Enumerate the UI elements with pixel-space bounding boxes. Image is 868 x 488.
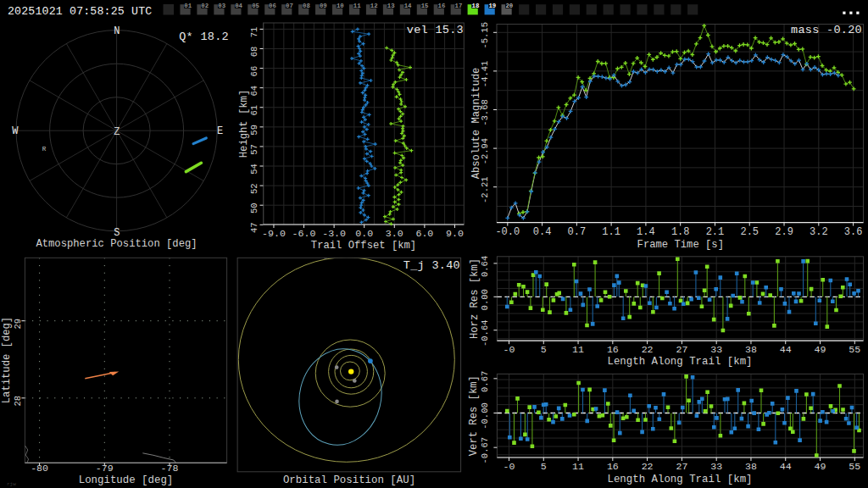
svg-text:55: 55 (849, 344, 860, 355)
svg-text:52: 52 (249, 183, 259, 194)
svg-text:-80: -80 (31, 463, 48, 474)
svg-text:3.6: 3.6 (844, 226, 863, 238)
svg-text:15: 15 (421, 3, 429, 9)
svg-text:Horz Res [km]: Horz Res [km] (469, 258, 481, 339)
svg-text:Atmospheric Position [deg]: Atmospheric Position [deg] (36, 238, 197, 250)
svg-text:Orbital Position [AU]: Orbital Position [AU] (283, 474, 415, 486)
svg-text:-0.0: -0.0 (495, 226, 520, 238)
svg-text:11: 11 (572, 344, 584, 355)
svg-text:20: 20 (505, 3, 513, 9)
svg-text:20251021 07:58:25 UTC: 20251021 07:58:25 UTC (8, 5, 152, 18)
svg-text:19: 19 (488, 3, 496, 9)
svg-text:-0: -0 (504, 344, 515, 355)
svg-text:28: 28 (13, 396, 23, 407)
svg-text:3.2: 3.2 (810, 226, 828, 238)
svg-text:16: 16 (607, 344, 619, 355)
svg-text:06: 06 (269, 3, 276, 9)
svg-text:Trail Offset [km]: Trail Offset [km] (311, 240, 416, 252)
svg-text:04: 04 (235, 3, 242, 9)
svg-text:-0.00: -0.00 (480, 402, 490, 430)
svg-text:11: 11 (353, 3, 361, 9)
svg-text:1.4: 1.4 (637, 226, 655, 238)
svg-text:mass -0.20: mass -0.20 (791, 24, 862, 36)
svg-text:1.1: 1.1 (602, 226, 620, 238)
svg-text:10: 10 (337, 3, 344, 9)
svg-text:Vert Res [km]: Vert Res [km] (469, 375, 481, 456)
svg-text:-3.0: -3.0 (322, 228, 346, 239)
svg-text:0.7: 0.7 (568, 226, 587, 238)
svg-text:54: 54 (249, 164, 259, 175)
svg-text:9.0: 9.0 (446, 228, 464, 239)
svg-text:08: 08 (303, 3, 310, 9)
svg-text:Z: Z (114, 126, 120, 138)
svg-text:N: N (114, 25, 120, 37)
svg-text:vel 15.3: vel 15.3 (407, 24, 464, 36)
svg-text:-5.15: -5.15 (480, 22, 490, 49)
svg-text:-6.0: -6.0 (292, 228, 316, 239)
svg-text:0.0: 0.0 (355, 228, 373, 239)
svg-text:01: 01 (184, 3, 192, 9)
svg-text:18: 18 (472, 3, 480, 9)
svg-text:Latitude [deg]: Latitude [deg] (1, 317, 13, 403)
svg-text:27: 27 (676, 461, 687, 472)
svg-text:71: 71 (249, 27, 259, 38)
svg-text:0.4: 0.4 (533, 226, 552, 238)
svg-text:55: 55 (849, 461, 860, 472)
svg-text:5: 5 (541, 461, 547, 472)
svg-text:49: 49 (815, 461, 826, 472)
svg-text:5: 5 (541, 344, 547, 355)
svg-text:-0.67: -0.67 (480, 437, 490, 464)
svg-text:16: 16 (607, 461, 619, 472)
svg-text:44: 44 (780, 344, 792, 355)
svg-text:R: R (42, 146, 47, 152)
svg-text:57: 57 (249, 144, 259, 155)
svg-text:50: 50 (249, 202, 259, 214)
svg-text:33: 33 (710, 461, 722, 472)
svg-text:38: 38 (745, 461, 757, 472)
svg-text:13: 13 (387, 3, 395, 9)
svg-text:12: 12 (370, 3, 378, 9)
svg-text:17: 17 (455, 3, 463, 9)
svg-text:W: W (12, 125, 19, 137)
svg-text:07: 07 (286, 3, 293, 9)
svg-text:T_j 3.40: T_j 3.40 (403, 259, 460, 272)
svg-text:38: 38 (745, 344, 757, 355)
svg-text:61: 61 (249, 105, 259, 116)
svg-text:29: 29 (13, 319, 23, 330)
svg-text:E: E (217, 125, 223, 137)
svg-text:03: 03 (218, 3, 225, 9)
svg-text:0.64: 0.64 (480, 256, 490, 277)
svg-text:S: S (114, 227, 120, 239)
svg-text:Height [km]: Height [km] (238, 90, 250, 158)
svg-text:-0: -0 (504, 461, 515, 472)
svg-text:44: 44 (780, 461, 792, 472)
svg-text:27: 27 (676, 344, 687, 355)
svg-text:Frame Time [s]: Frame Time [s] (637, 239, 724, 251)
svg-text:22: 22 (642, 344, 654, 355)
svg-text:11: 11 (572, 461, 584, 472)
svg-text:02: 02 (201, 3, 209, 9)
svg-text:6.0: 6.0 (415, 228, 433, 239)
svg-text:49: 49 (815, 344, 826, 355)
svg-text:Q* 18.2: Q* 18.2 (179, 30, 229, 43)
svg-text:68: 68 (249, 47, 259, 58)
svg-text:2.9: 2.9 (775, 226, 793, 238)
svg-text:2.1: 2.1 (706, 226, 725, 238)
svg-text:16: 16 (438, 3, 446, 9)
svg-text:-9.0: -9.0 (262, 228, 286, 239)
svg-text:64: 64 (249, 86, 259, 97)
svg-text:22: 22 (642, 461, 654, 472)
svg-text:1.8: 1.8 (671, 226, 690, 238)
svg-text:3.0: 3.0 (386, 228, 403, 239)
svg-text:-78: -78 (161, 463, 179, 474)
svg-text:47: 47 (249, 222, 259, 233)
svg-text:Longitude [deg]: Longitude [deg] (79, 474, 174, 486)
svg-text:Length Along Trail [km]: Length Along Trail [km] (607, 356, 752, 368)
svg-text:05: 05 (252, 3, 259, 9)
svg-text:2.5: 2.5 (740, 226, 759, 238)
svg-text:14: 14 (404, 3, 412, 9)
svg-text:66: 66 (249, 66, 259, 77)
svg-text:59: 59 (249, 125, 259, 136)
svg-text:-0.64: -0.64 (480, 319, 490, 347)
svg-text:0.67: 0.67 (480, 371, 490, 392)
